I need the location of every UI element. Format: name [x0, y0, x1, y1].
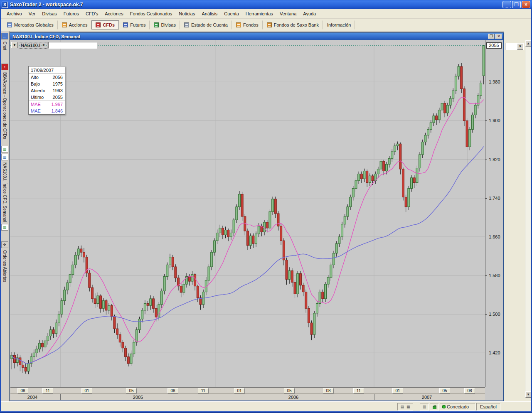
connection-status-text: Conectado — [447, 404, 469, 409]
tooltip-row-label: Bajo — [31, 81, 40, 86]
background-combo-dropdown-icon[interactable]: ▼ — [517, 43, 523, 50]
cfd-icon — [96, 22, 101, 27]
status-book-icon: ▤ — [400, 404, 405, 409]
toolbar: Mercados GlobalesAccionesCFDsFuturosDivi… — [1, 19, 531, 31]
month-tick-08-w165: 08 — [464, 388, 475, 393]
dock-label-ordenes-abiertas: Ordenes Abiertas — [2, 249, 7, 283]
month-tick-08-w114: 08 — [323, 388, 334, 393]
scroll-up-button[interactable]: ▲ — [525, 40, 531, 47]
chart-window-title: NAS100.I, Índice CFD, Semanal — [11, 34, 487, 39]
connection-status-icon — [442, 405, 446, 408]
symbol-search-input[interactable] — [48, 42, 97, 49]
year-label-2005: 2005 — [133, 395, 143, 400]
menu-item-herramientas[interactable]: Herramientas — [242, 10, 276, 17]
dock-tab-chat[interactable]: …Chat — [1, 33, 8, 51]
chart-doc-icon-2[interactable]: ▥ — [1, 154, 8, 160]
tooltip-row-value: 2055 — [53, 95, 63, 100]
tooltip-row-mae-1-846: MAE1.846 — [29, 108, 65, 114]
account-statement-icon — [184, 22, 189, 27]
toolbar-button-label: Fondos de Saxo Bank — [274, 22, 319, 27]
chart-plot[interactable] — [10, 40, 485, 387]
chart-window-restore-button[interactable]: ❐ — [488, 34, 495, 39]
menu-item-noticias[interactable]: Noticias — [175, 10, 198, 17]
time-axis-months: 08110105081101050811010508 — [10, 387, 485, 393]
stocks-icon — [62, 22, 67, 27]
window-title: SaxoTrader 2 - workspace.ok.7 — [10, 2, 502, 7]
month-tick-08-w4: 08 — [17, 388, 28, 393]
chart-tooltip: 17/09/2007 Alto2056Bajo1975Abierto1993Ul… — [28, 66, 65, 115]
menu-item-divisas[interactable]: Divisas — [39, 10, 60, 17]
month-tick-01-w27: 01 — [81, 388, 92, 393]
price-tick-1.420: 1.420 — [485, 350, 500, 355]
toolbar-button-mercados-globales[interactable]: Mercados Globales — [3, 20, 58, 30]
chat-icon[interactable]: … — [1, 33, 8, 39]
close-button[interactable]: × — [522, 1, 530, 8]
menu-item-ventana[interactable]: Ventana — [276, 10, 300, 17]
current-price-tag: 2055 — [486, 42, 502, 49]
dock-tab-nas100-i-ndice-cfd-semanal[interactable]: ▥▥NAS100.I, Índice CFD, Semanal▥ — [1, 146, 8, 231]
price-tick-1.980: 1.980 — [485, 79, 500, 84]
tooltip-row-value: 1993 — [53, 88, 63, 93]
status-bar: ▤ ▦ ▥ Conectado Español — [0, 401, 532, 411]
window-frame-left — [0, 9, 1, 411]
chart-menu-dropdown-button[interactable]: ▼ — [11, 42, 18, 48]
dock-tab-ordenes-abiertas[interactable]: ❖Ordenes Abiertas — [1, 241, 8, 283]
year-divider — [60, 394, 61, 400]
open-orders-icon[interactable]: ❖ — [1, 241, 8, 248]
month-tick-11-w125: 11 — [353, 388, 364, 393]
tooltip-row-label: MAE — [31, 102, 41, 107]
menu-item-fondos-gestionados[interactable]: Fondos Gestionados — [127, 10, 176, 17]
language-label: Español — [480, 404, 497, 409]
month-tick-01-w82: 01 — [234, 388, 245, 393]
minimize-button[interactable]: _ — [502, 1, 511, 8]
menu-item-ayuda[interactable]: Ayuda — [300, 10, 319, 17]
menu-item-ver[interactable]: Ver — [25, 10, 39, 17]
cfd-ticket-icon[interactable]: ▪ — [1, 64, 8, 70]
tooltip-row-label: MAE — [31, 108, 41, 113]
price-tick-1.500: 1.500 — [485, 312, 500, 317]
toolbar-button-informaci-n[interactable]: Información — [323, 20, 355, 30]
menu-item-cfd-s[interactable]: CFD's — [82, 10, 101, 17]
dock-label-chat: Chat — [2, 41, 7, 51]
toolbar-button-fondos-de-saxo-bank[interactable]: Fondos de Saxo Bank — [263, 20, 323, 30]
year-label-2006: 2006 — [288, 395, 298, 400]
month-tick-08-w58: 08 — [167, 388, 178, 393]
toolbar-button-futuros[interactable]: Futuros — [119, 20, 150, 30]
symbol-selector[interactable]: NAS100.I ▼ — [19, 42, 47, 49]
funds-icon — [236, 22, 241, 27]
language-panel[interactable]: Español — [476, 403, 500, 411]
chart-window-close-button[interactable]: × — [495, 34, 502, 39]
toolbar-button-divisas[interactable]: Divisas — [150, 20, 180, 30]
lock-icon — [433, 406, 436, 409]
background-panel: ▼ ▲ ▼ — [504, 31, 532, 401]
chart-doc-icon[interactable]: ▥ — [1, 146, 8, 152]
menu-item-acciones[interactable]: Acciones — [101, 10, 127, 17]
scroll-down-button[interactable]: ▼ — [525, 391, 531, 398]
candlestick-chart[interactable] — [10, 40, 485, 387]
chart-window-titlebar[interactable]: NAS100.I, Índice CFD, Semanal ❐ × — [10, 33, 503, 40]
workspace: …Chat▪BBVA:xmce - Operaciones de CFDs▥▥N… — [0, 31, 532, 401]
menu-item-cuenta[interactable]: Cuenta — [221, 10, 242, 17]
toolbar-button-label: Estado de Cuenta — [191, 22, 228, 27]
toolbar-button-fondos[interactable]: Fondos — [232, 20, 263, 30]
tooltip-row-label: Abierto — [31, 88, 45, 93]
symbol-dropdown-icon[interactable]: ▼ — [42, 43, 45, 47]
toolbar-button-label: Mercados Globales — [14, 22, 54, 27]
tooltip-row-value: 1.846 — [51, 108, 63, 113]
menu-item-an-lisis[interactable]: Análisis — [198, 10, 221, 17]
menu-item-futuros[interactable]: Futuros — [60, 10, 82, 17]
dock-label-bbva-xmce-operaciones-de-cfds: BBVA:xmce - Operaciones de CFDs — [2, 71, 7, 140]
restore-button[interactable]: ❐ — [512, 1, 521, 8]
chart-doc-icon-3[interactable]: ▥ — [1, 224, 8, 231]
price-tick-1.900: 1.900 — [485, 118, 500, 123]
month-tick-05-w43: 05 — [126, 388, 137, 393]
toolbar-button-cfds[interactable]: CFDs — [91, 20, 119, 30]
toolbar-button-estado-de-cuenta[interactable]: Estado de Cuenta — [180, 20, 232, 30]
toolbar-button-acciones[interactable]: Acciones — [58, 20, 92, 30]
menu-item-archivo[interactable]: Archivo — [3, 10, 25, 17]
tooltip-row-mae-1-967: MAE1.967 — [29, 101, 65, 108]
window-frame-bottom — [0, 411, 532, 413]
app-icon: S — [2, 2, 8, 8]
dock-tab-bbva-xmce-operaciones-de-cfds[interactable]: ▪BBVA:xmce - Operaciones de CFDs — [1, 64, 8, 140]
year-divider — [374, 394, 374, 400]
